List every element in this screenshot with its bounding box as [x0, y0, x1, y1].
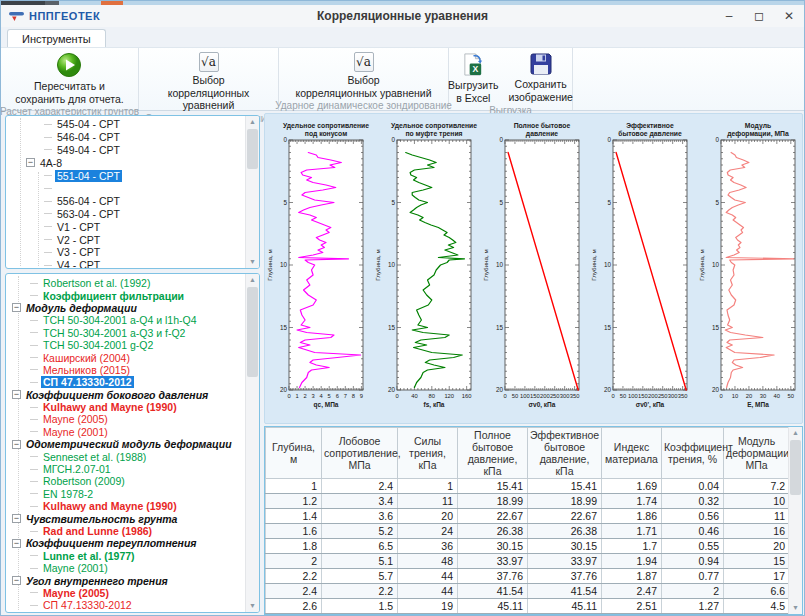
ribbon-empty-space	[573, 48, 804, 110]
tree-item[interactable]: V1 - CPT	[6, 220, 244, 233]
method-item[interactable]: Robertson et al. (1992)	[6, 277, 244, 289]
method-item[interactable]: Mayne (2001)	[6, 426, 244, 438]
methods-scrollbar[interactable]: ▲ ▼	[245, 274, 259, 612]
collapse-icon[interactable]: −	[12, 440, 21, 449]
svg-text:3: 3	[312, 393, 315, 399]
tree-item[interactable]: 556-04 - CPT	[6, 195, 244, 208]
method-item[interactable]: Mayne (2005)	[6, 587, 244, 599]
method-item[interactable]: Robertson (2009)	[6, 475, 244, 487]
scroll-thumb[interactable]	[790, 440, 801, 495]
collapse-icon[interactable]: −	[12, 514, 21, 523]
method-item[interactable]: МГСН.2.07-01	[6, 463, 244, 475]
tree-connector	[30, 456, 38, 457]
svg-text:40: 40	[774, 393, 780, 399]
recalculate-label: Пересчитать и сохранить для отчета.	[15, 80, 124, 105]
tree-item[interactable]: V3 - CPT	[6, 246, 244, 259]
svg-text:1: 1	[295, 393, 298, 399]
export-excel-button[interactable]: X Выгрузить в Excel	[444, 51, 502, 105]
method-item[interactable]: Lunne et al. (1977)	[6, 550, 244, 562]
scroll-down-icon[interactable]: ▼	[246, 600, 259, 612]
method-item[interactable]: Коэффициент фильтрации	[6, 289, 244, 301]
method-item[interactable]: Mayne (2001)	[6, 562, 244, 574]
table-row[interactable]: 2.25.74437.7637.761.870.7717	[266, 569, 790, 584]
scroll-up-icon[interactable]: ▲	[789, 427, 802, 439]
method-item-label: МГСН.2.07-01	[41, 463, 113, 475]
tree-item-label: V1 - CPT	[55, 221, 102, 233]
collapse-icon[interactable]: −	[12, 539, 21, 548]
table-row[interactable]: 12.4115.4115.411.690.047.2	[266, 479, 790, 494]
maximize-button[interactable]: ◻	[744, 6, 774, 26]
save-image-button[interactable]: Сохранить изображение	[504, 51, 576, 105]
table-row[interactable]: 2.42.24441.5441.542.4726.6	[266, 584, 790, 599]
tree-item[interactable]: −4A-8	[6, 156, 244, 169]
table-row[interactable]: 2.61.51945.1145.112.511.274.5	[266, 599, 790, 614]
table-row[interactable]: 1.43.62022.6722.671.860.5611	[266, 509, 790, 524]
collapse-icon[interactable]: −	[12, 303, 21, 312]
method-item[interactable]: Senneset et al. (1988)	[6, 450, 244, 462]
collapse-icon[interactable]: −	[26, 158, 35, 167]
table-row[interactable]: 1.23.41118.9918.991.740.3210	[266, 494, 790, 509]
method-group-header[interactable]: −Чувствительность грунта	[6, 512, 244, 524]
method-item[interactable]: ТСН 50-304-2001 a-Q3 и f-Q2	[6, 327, 244, 339]
select-correlation-equations-dynamic-button[interactable]: √a Выбор корреляционных уравнений	[291, 51, 435, 100]
svg-text:Глубина, м: Глубина, м	[482, 249, 489, 280]
tree-item[interactable]: V2 - CPT	[6, 233, 244, 246]
method-item[interactable]: ТСН 50-304-2001 a-Q4 и l1h-Q4	[6, 314, 244, 326]
table-cell: 44	[398, 584, 458, 599]
tree-item[interactable]: 545-04 - CPT	[6, 118, 244, 131]
method-item[interactable]: Kulhawy and Mayne (1990)	[6, 401, 244, 413]
scroll-up-icon[interactable]: ▲	[246, 116, 259, 128]
tree-item[interactable]: 549-04 - CPT	[6, 144, 244, 157]
method-item[interactable]: EN 1978-2	[6, 488, 244, 500]
method-group-header[interactable]: −Коэффициент бокового давления	[6, 389, 244, 401]
method-item[interactable]: СП 47.13330-2012	[6, 599, 244, 611]
method-item[interactable]: СП 47.13330-2012	[6, 376, 244, 388]
table-row[interactable]: 1.65.22426.3826.381.710.4616	[266, 524, 790, 539]
method-item[interactable]: Rad and Lunne (1986)	[6, 525, 244, 537]
scroll-thumb[interactable]	[247, 287, 258, 377]
method-group-header[interactable]: −Угол внутреннего трения	[6, 574, 244, 586]
tree-item[interactable]: V4 - CPT	[6, 259, 244, 269]
method-item[interactable]: Мельников (2015)	[6, 364, 244, 376]
logo-icon	[9, 11, 25, 22]
minimize-button[interactable]: –	[714, 6, 744, 26]
floppy-icon	[529, 52, 553, 76]
table-cell: 15.41	[458, 479, 528, 494]
cpt-tree-panel: 545-04 - CPT546-04 - CPT549-04 - CPT−4A-…	[5, 115, 260, 269]
table-scrollbar[interactable]: ▲ ▼	[788, 427, 802, 614]
collapse-icon[interactable]: −	[12, 390, 21, 399]
table-header-cell: Силы трения, кПа	[398, 428, 458, 479]
table-row[interactable]: 25.14833.9733.971.940.9415	[266, 554, 790, 569]
select-correlation-equations-static-button[interactable]: √a Выбор корреляционных уравнений	[139, 51, 278, 113]
method-group-header[interactable]: −Одометрический модуль деформации	[6, 438, 244, 450]
tree-connector	[44, 252, 52, 253]
table-cell: 26.38	[528, 524, 602, 539]
table-cell: 2	[266, 554, 322, 569]
scroll-down-icon[interactable]: ▼	[789, 602, 802, 614]
svg-text:300: 300	[668, 393, 678, 399]
method-group-header[interactable]: −Коэффициент переуплотнения	[6, 537, 244, 549]
collapse-icon[interactable]: −	[12, 576, 21, 585]
method-group-header[interactable]: −Модуль деформации	[6, 302, 244, 314]
tree-item[interactable]: 546-04 - CPT	[6, 131, 244, 144]
recalculate-button[interactable]: Пересчитать и сохранить для отчета.	[11, 51, 128, 106]
scroll-thumb[interactable]	[247, 129, 258, 169]
table-row[interactable]: 1.86.53630.1530.151.70.5520	[266, 539, 790, 554]
scroll-down-icon[interactable]: ▼	[246, 256, 259, 268]
method-item[interactable]: Mayne (2005)	[6, 413, 244, 425]
tree-item[interactable]: 551-04 - CPT	[6, 169, 244, 182]
tree-item[interactable]: 563-04 - CPT	[6, 208, 244, 221]
table-row[interactable]: 2.81.7348.3848.382.140.185.1	[266, 614, 790, 615]
tab-tools[interactable]: Инструменты	[7, 29, 106, 48]
method-item[interactable]: ТСН 50-304-2001 g-Q2	[6, 339, 244, 351]
method-item-label: Lunne et al. (1977)	[41, 550, 137, 562]
tree-connector	[30, 320, 38, 321]
method-item[interactable]: Kulhawy and Mayne (1990)	[6, 500, 244, 512]
close-button[interactable]: ✕	[774, 6, 804, 26]
table-cell: 2.14	[602, 614, 662, 615]
table-cell: 1.4	[266, 509, 322, 524]
table-cell: 22.67	[458, 509, 528, 524]
tree-scrollbar[interactable]: ▲ ▼	[245, 116, 259, 268]
scroll-up-icon[interactable]: ▲	[246, 274, 259, 286]
method-item[interactable]: Каширский (2004)	[6, 351, 244, 363]
